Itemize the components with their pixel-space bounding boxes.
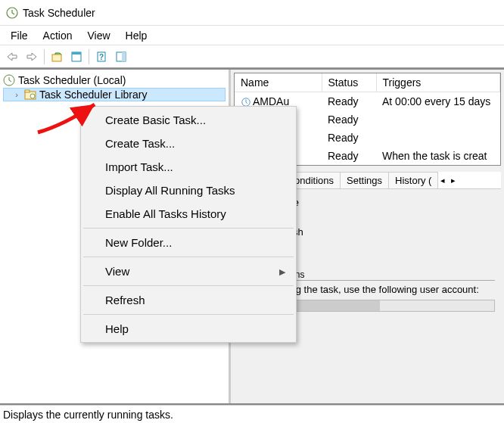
ctx-create-task[interactable]: Create Task... (82, 132, 294, 155)
ctx-separator (83, 314, 294, 315)
help-button[interactable]: ? (92, 48, 110, 66)
ctx-view[interactable]: View▶ (82, 260, 294, 283)
back-button[interactable] (3, 48, 21, 66)
menu-action[interactable]: Action (36, 27, 80, 44)
library-icon (24, 89, 36, 101)
clock-icon (3, 74, 15, 86)
svg-rect-7 (122, 52, 126, 61)
svg-text:?: ? (99, 53, 104, 61)
col-name[interactable]: Name (235, 73, 322, 92)
menu-file[interactable]: File (3, 27, 36, 44)
status-text: Displays the currently running tasks. (3, 409, 173, 421)
tree-root-label: Task Scheduler (Local) (18, 74, 126, 86)
svg-rect-10 (25, 90, 30, 92)
toolbar-separator (89, 49, 89, 64)
ctx-help[interactable]: Help (82, 317, 294, 341)
up-button[interactable] (48, 48, 66, 66)
menu-view[interactable]: View (79, 27, 117, 44)
toolbar-separator (44, 49, 45, 64)
col-triggers[interactable]: Triggers (376, 73, 500, 92)
ctx-separator (83, 285, 294, 286)
forward-button[interactable] (23, 48, 41, 66)
tree-library-label: Task Scheduler Library (39, 89, 147, 101)
clock-icon (6, 7, 18, 19)
tab-settings[interactable]: Settings (340, 172, 389, 188)
ctx-display-running[interactable]: Display All Running Tasks (82, 179, 294, 202)
menu-help[interactable]: Help (118, 27, 155, 44)
context-menu: Create Basic Task... Create Task... Impo… (80, 106, 297, 343)
action-pane-button[interactable] (112, 48, 130, 66)
statusbar: Displays the currently running tasks. (0, 405, 504, 423)
chevron-right-icon: ▶ (279, 266, 285, 276)
ctx-new-folder[interactable]: New Folder... (82, 231, 294, 254)
tab-scroll-right[interactable]: ▸ (448, 174, 459, 187)
menubar: File Action View Help (0, 26, 504, 45)
ctx-enable-history[interactable]: Enable All Tasks History (82, 202, 294, 225)
tree-root[interactable]: Task Scheduler (Local) (3, 73, 226, 88)
svg-point-11 (30, 94, 35, 98)
tab-scroll-left[interactable]: ◂ (437, 174, 448, 187)
properties-button[interactable] (67, 48, 86, 66)
toolbar: ? (0, 45, 504, 68)
tree-library[interactable]: › Task Scheduler Library (3, 88, 226, 101)
tab-history[interactable]: History ( (388, 172, 438, 188)
ctx-import-task[interactable]: Import Task... (82, 155, 294, 179)
svg-rect-3 (72, 52, 81, 54)
ctx-refresh[interactable]: Refresh (82, 288, 294, 312)
titlebar: Task Scheduler (0, 0, 504, 26)
ctx-separator (83, 257, 294, 257)
window-title: Task Scheduler (23, 7, 95, 19)
ctx-create-basic-task[interactable]: Create Basic Task... (82, 108, 294, 132)
ctx-separator (83, 228, 294, 229)
expand-icon[interactable]: › (12, 90, 21, 99)
svg-rect-1 (52, 54, 61, 61)
col-status[interactable]: Status (322, 73, 376, 92)
